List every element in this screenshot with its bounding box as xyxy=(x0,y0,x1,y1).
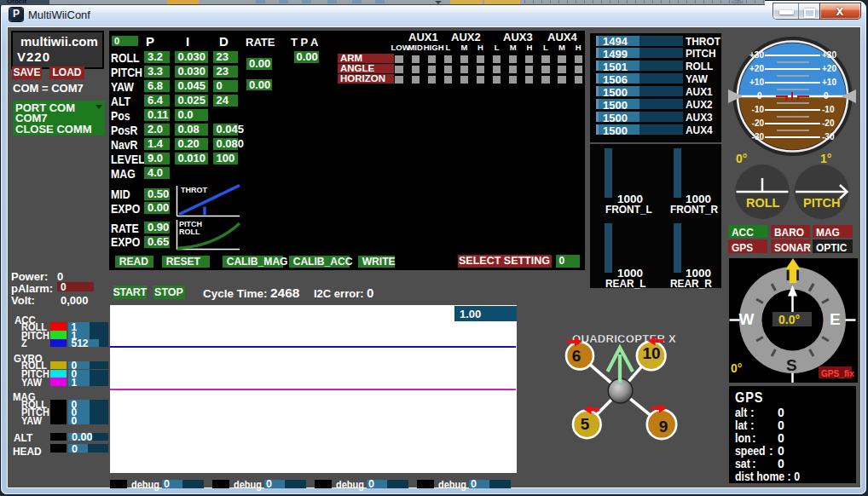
svg-text:QUADRICOPTER X: QUADRICOPTER X xyxy=(572,332,676,345)
svg-text:10: 10 xyxy=(642,344,660,362)
svg-text:5: 5 xyxy=(581,415,590,433)
svg-text:6: 6 xyxy=(572,347,582,365)
svg-text:9: 9 xyxy=(659,418,668,435)
